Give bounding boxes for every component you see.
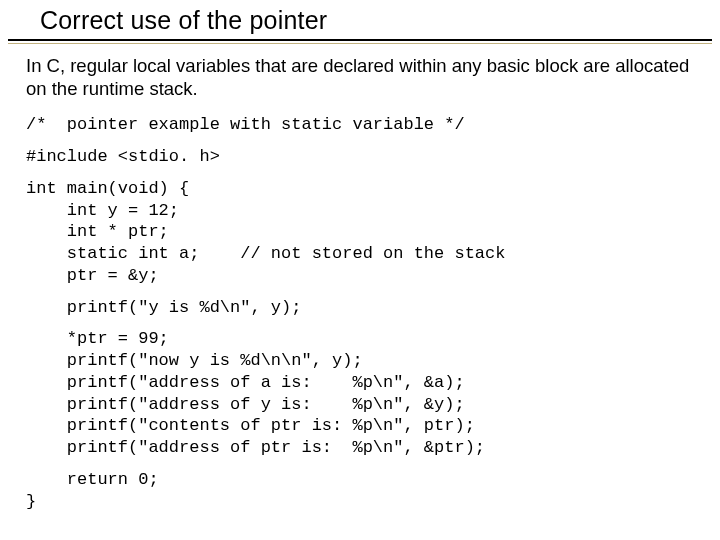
slide-title: Correct use of the pointer	[0, 6, 720, 39]
code-comment: /* pointer example with static variable …	[26, 114, 694, 136]
title-divider	[8, 39, 712, 41]
code-include: #include <stdio. h>	[26, 146, 694, 168]
slide-body: In C, regular local variables that are d…	[0, 44, 720, 512]
code-return: return 0; }	[26, 469, 694, 513]
title-region: Correct use of the pointer	[0, 0, 720, 44]
code-printf-block: *ptr = 99; printf("now y is %d\n\n", y);…	[26, 328, 694, 459]
code-printf-1: printf("y is %d\n", y);	[26, 297, 694, 319]
intro-paragraph: In C, regular local variables that are d…	[26, 54, 694, 100]
code-main-decl: int main(void) { int y = 12; int * ptr; …	[26, 178, 694, 287]
